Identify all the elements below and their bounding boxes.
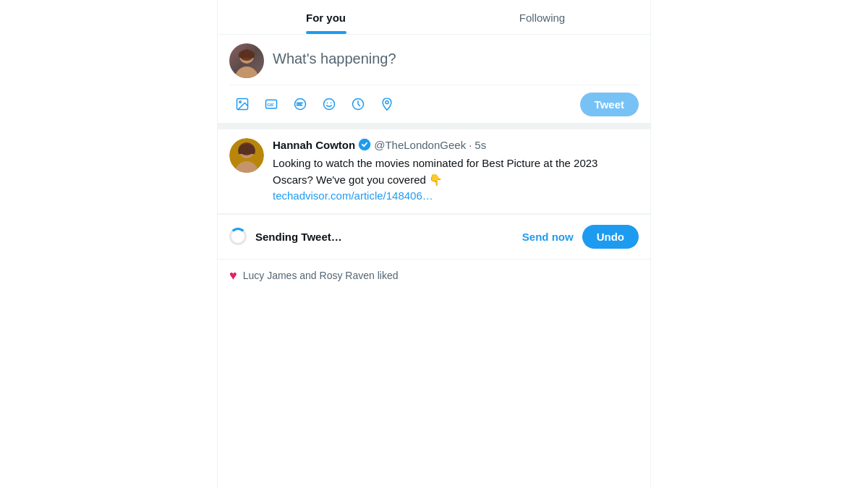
tweet-avatar-svg [229, 138, 264, 173]
tweet-card: Hannah Cowton @TheLondonGeek · 5s Lookin… [218, 129, 650, 214]
partial-liked-text: liked [378, 270, 399, 281]
tab-following-label: Following [519, 12, 565, 24]
sending-bar: Sending Tweet… Send now Undo [218, 214, 650, 260]
compose-top: What's happening? [229, 43, 639, 82]
tweet-avatar [229, 138, 264, 173]
emoji-icon-button[interactable] [316, 91, 342, 117]
tweet-link[interactable]: techadvisor.com/article/148406… [273, 189, 433, 202]
tweet-time: 5s [475, 139, 486, 151]
image-icon-button[interactable] [229, 91, 255, 117]
poll-icon-button[interactable] [287, 91, 313, 117]
partial-text: Lucy James and Rosy Raven liked [243, 270, 399, 281]
verified-icon [358, 138, 371, 151]
undo-button[interactable]: Undo [582, 225, 639, 249]
sending-text: Sending Tweet… [255, 231, 342, 243]
partial-bottom-row: ♥ Lucy James and Rosy Raven liked [218, 260, 650, 292]
location-icon [380, 97, 394, 111]
svg-point-0 [235, 67, 258, 78]
feed-container: For you Following What's happening? [217, 0, 651, 488]
tab-following[interactable]: Following [434, 0, 650, 34]
location-icon-button[interactable] [374, 91, 400, 117]
sending-left: Sending Tweet… [229, 228, 342, 245]
svg-point-12 [297, 103, 298, 105]
tweet-dot: · [469, 139, 472, 151]
poll-icon [293, 97, 307, 111]
gif-icon-button[interactable]: GIF [258, 91, 284, 117]
svg-point-16 [331, 103, 332, 104]
compose-toolbar: GIF [229, 85, 639, 117]
sending-right: Send now Undo [522, 225, 639, 249]
svg-point-15 [327, 103, 328, 104]
svg-point-11 [297, 103, 298, 104]
compose-area: What's happening? GIF [218, 35, 650, 129]
schedule-icon [351, 97, 365, 111]
tweet-header: Hannah Cowton @TheLondonGeek · 5s Lookin… [229, 138, 639, 205]
loading-spinner [229, 228, 247, 245]
image-icon [235, 97, 250, 111]
tab-for-you[interactable]: For you [218, 0, 434, 34]
toolbar-icons: GIF [229, 91, 400, 117]
tabs-bar: For you Following [218, 0, 650, 35]
svg-point-18 [386, 100, 388, 103]
schedule-icon-button[interactable] [345, 91, 371, 117]
verified-badge [358, 138, 371, 151]
heart-icon: ♥ [229, 268, 237, 283]
tweet-body: Looking to watch the movies nominated fo… [273, 155, 639, 205]
tab-for-you-label: For you [306, 12, 346, 24]
tweet-handle: @TheLondonGeek [374, 139, 466, 151]
tweet-name-row: Hannah Cowton @TheLondonGeek · 5s [273, 138, 639, 151]
tweet-text: Looking to watch the movies nominated fo… [273, 157, 597, 186]
svg-point-13 [297, 105, 298, 106]
tweet-username[interactable]: Hannah Cowton [273, 139, 355, 151]
gif-icon: GIF [264, 97, 278, 111]
partial-bottom-text: Lucy James and Rosy Raven [243, 270, 375, 281]
avatar-svg [229, 43, 264, 78]
compose-placeholder[interactable]: What's happening? [273, 43, 639, 82]
user-avatar [229, 43, 264, 78]
svg-point-4 [239, 101, 242, 103]
compose-input-area[interactable]: What's happening? [273, 43, 639, 82]
svg-point-14 [324, 99, 335, 110]
svg-text:GIF: GIF [267, 103, 274, 107]
tweet-info: Hannah Cowton @TheLondonGeek · 5s Lookin… [273, 138, 639, 205]
emoji-icon [322, 97, 336, 111]
send-now-button[interactable]: Send now [522, 231, 574, 243]
tweet-button[interactable]: Tweet [580, 93, 639, 116]
